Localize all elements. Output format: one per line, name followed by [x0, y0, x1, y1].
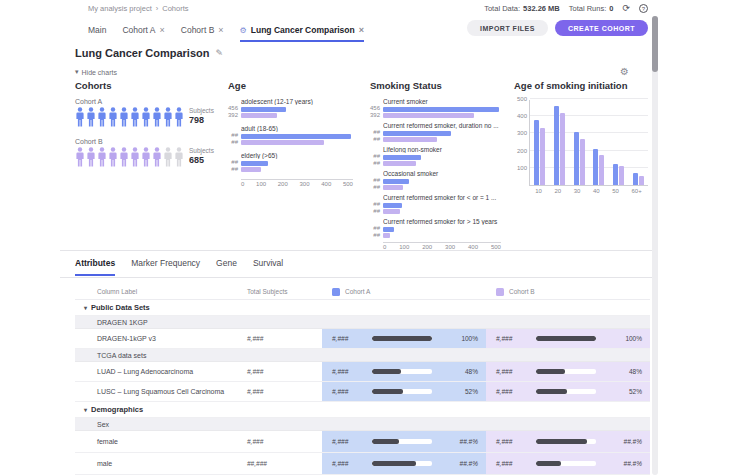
bar-cohort-b	[540, 128, 545, 185]
row-label: female	[75, 431, 247, 452]
cohort-value: #,###	[332, 438, 372, 445]
group-row-demographics[interactable]: ▾Demographics	[75, 402, 650, 418]
edit-title-icon[interactable]: ✎	[215, 48, 223, 58]
import-files-button[interactable]: IMPORT FILES	[467, 20, 548, 36]
bar-cohort-b	[599, 155, 604, 185]
category-label: elderly (>65)	[241, 152, 356, 159]
bar-cohort-b	[639, 176, 644, 185]
close-icon[interactable]: ×	[359, 25, 364, 35]
value-label: 456	[228, 105, 238, 112]
value-label: ##	[373, 201, 380, 208]
total-subjects-header[interactable]: Total Subjects	[247, 288, 322, 295]
y-axis-tick: 200	[515, 148, 527, 154]
row-label: LUSC – Lung Squamous Cell Carcinoma	[75, 382, 247, 401]
percent-label: 100%	[596, 335, 642, 342]
cohort-b-cell: #,#####.#%	[486, 431, 650, 452]
person-icons-row	[75, 147, 189, 171]
subjects-block: Subjects685	[189, 138, 214, 171]
cohort-value: #,###	[332, 335, 372, 342]
close-icon[interactable]: ×	[218, 25, 223, 35]
bar-cohort-a	[574, 132, 579, 185]
caret-down-icon[interactable]: ▾	[84, 406, 87, 413]
close-icon[interactable]: ×	[160, 25, 165, 35]
age-chart: 456392adolescent (12-17 years)####adult …	[228, 98, 356, 187]
person-icon	[86, 107, 96, 131]
tab-lung-cancer-comparison[interactable]: ⚙Lung Cancer Comparison×	[240, 25, 364, 42]
person-icon	[174, 147, 184, 171]
tab-gene[interactable]: Gene	[216, 258, 237, 276]
caret-down-icon[interactable]: ▾	[84, 304, 87, 311]
value-label: ##	[373, 184, 380, 191]
person-icon	[152, 107, 162, 131]
y-axis-tick: 500	[515, 96, 527, 102]
refresh-icon[interactable]: ⟳	[622, 4, 630, 13]
cohort-a-cell: #,###52%	[322, 382, 486, 401]
top-stats: Total Data: 532.26 MB Total Runs: 0 ⟳ ?	[484, 4, 648, 13]
hide-charts-label: Hide charts	[82, 69, 117, 76]
total-data-value: 532.26 MB	[523, 4, 560, 13]
row-label: male	[75, 453, 247, 474]
value-label: ##	[231, 132, 238, 139]
cohort-group-cohort-b: Cohort BSubjects685	[75, 138, 217, 171]
vertical-scrollbar[interactable]	[652, 16, 658, 475]
bar-track	[536, 336, 596, 341]
bar-cohort-b	[241, 167, 261, 172]
breadcrumb-project[interactable]: My analysis project	[88, 4, 152, 13]
table-row: male##,####,#####.#%#,#####.#%	[75, 453, 650, 475]
tab-main[interactable]: Main	[88, 25, 106, 42]
bar-cohort-b	[383, 185, 403, 190]
chevron-right-icon: ›	[156, 4, 159, 13]
tab-survival[interactable]: Survival	[253, 258, 283, 276]
cohort-b-header: Cohort B	[486, 288, 650, 296]
bar-track	[536, 389, 596, 394]
percent-label: ##.#%	[596, 460, 642, 467]
x-axis-tick: 500	[343, 181, 353, 187]
bar-fill	[372, 439, 399, 444]
bar-cohort-a	[633, 173, 638, 185]
bar-group-20	[554, 106, 565, 185]
value-label: ##	[373, 225, 380, 232]
tab-marker-frequency[interactable]: Marker Frequency	[131, 258, 200, 276]
person-icon	[163, 147, 173, 171]
cohort-b-cell: #,###100%	[486, 329, 650, 348]
tab-attributes[interactable]: Attributes	[75, 258, 115, 276]
cohort-value: #,###	[496, 460, 536, 467]
caret-down-icon: ▾	[75, 68, 79, 76]
person-icons-row	[75, 107, 189, 131]
action-buttons: IMPORT FILES CREATE COHORT	[467, 20, 648, 36]
bar-track	[372, 439, 432, 444]
total-runs-stat: Total Runs: 0	[569, 4, 614, 13]
column-label-header[interactable]: Column Label	[75, 288, 247, 295]
cohort-value: #,###	[496, 388, 536, 395]
percent-label: ##.#%	[596, 438, 642, 445]
category-value-labels: ####	[370, 170, 383, 191]
breadcrumb-section[interactable]: Cohorts	[162, 4, 188, 13]
table-row: LUAD – Lung Adenocarcinoma#,####,###48%#…	[75, 362, 650, 382]
cohort-b-header-label: Cohort B	[509, 288, 535, 295]
charts-settings-gear-icon[interactable]: ⚙	[620, 66, 629, 77]
value-label: ##	[373, 232, 380, 239]
total-subjects-value: ##,###	[247, 453, 322, 474]
value-label: ##	[373, 136, 380, 143]
chart-category-row: ####Occasional smoker	[370, 170, 508, 191]
tab-cohort-b[interactable]: Cohort B×	[181, 25, 224, 42]
bar-cohort-a	[383, 107, 499, 112]
bar-cohort-a	[383, 155, 421, 160]
group-row-public-data-sets[interactable]: ▾Public Data Sets	[75, 300, 650, 316]
scrollbar-thumb[interactable]	[652, 16, 658, 72]
tab-label: Cohort B	[181, 25, 215, 35]
cohort-b-legend-swatch	[496, 288, 504, 296]
tab-cohort-a[interactable]: Cohort A×	[122, 25, 164, 42]
category-value-labels: ####	[370, 218, 383, 239]
help-icon[interactable]: ?	[639, 4, 648, 13]
tab-label: Cohort A	[122, 25, 155, 35]
cohort-value: #,###	[496, 368, 536, 375]
group-label: Public Data Sets	[91, 303, 150, 312]
create-cohort-button[interactable]: CREATE COHORT	[555, 20, 648, 36]
hide-charts-toggle[interactable]: ▾ Hide charts	[75, 68, 117, 76]
person-icon	[75, 107, 85, 131]
category-bars: adult (18-65)	[241, 125, 356, 146]
chart-category-row: ####Current reformed smoker for < or = 1…	[370, 194, 508, 215]
cohort-name: Cohort A	[75, 98, 189, 105]
subheader-row: DRAGEN 1KGP	[75, 316, 650, 329]
